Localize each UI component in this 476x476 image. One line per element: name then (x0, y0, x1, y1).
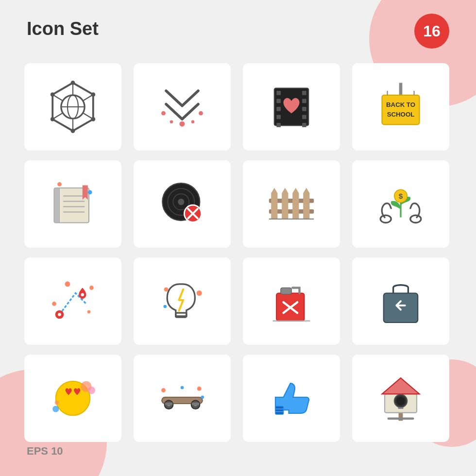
svg-rect-77 (176, 313, 187, 317)
double-chevron-down-icon (155, 80, 209, 134)
svg-point-65 (380, 215, 391, 222)
icon-cell-chevron[interactable] (134, 63, 231, 151)
badge-number: 16 (423, 22, 441, 40)
svg-point-19 (170, 120, 173, 124)
svg-point-91 (55, 400, 59, 405)
love-emoji-icon (46, 372, 100, 425)
page-title: Icon Set (27, 18, 99, 39)
svg-point-101 (197, 387, 202, 391)
count-badge: 16 (414, 14, 449, 49)
svg-marker-57 (271, 188, 277, 193)
bag-return-icon (374, 274, 427, 328)
icon-cell-skateboard[interactable] (134, 355, 231, 442)
icon-cell-fuel-can[interactable] (243, 257, 340, 345)
film-heart-icon (265, 80, 318, 134)
svg-point-66 (410, 215, 421, 222)
svg-rect-27 (302, 91, 306, 95)
svg-point-100 (181, 386, 184, 390)
icon-grid: BACK TO SCHOOL (19, 58, 457, 447)
svg-rect-28 (302, 99, 306, 103)
svg-marker-63 (303, 188, 309, 193)
global-network-icon (46, 80, 100, 134)
icon-cell-mind-lightning[interactable] (134, 257, 231, 345)
route-map-icon (46, 274, 100, 328)
icon-cell-route-map[interactable] (24, 257, 121, 345)
svg-rect-86 (384, 293, 418, 323)
svg-rect-24 (276, 107, 281, 111)
svg-point-76 (87, 310, 91, 314)
birdhouse-icon (374, 372, 427, 425)
svg-marker-109 (382, 378, 420, 394)
svg-point-73 (52, 302, 56, 306)
svg-rect-26 (276, 123, 281, 127)
svg-point-79 (197, 290, 202, 296)
svg-rect-39 (54, 188, 60, 223)
svg-point-75 (65, 281, 70, 287)
icon-cell-bag-return[interactable] (352, 257, 449, 345)
svg-point-111 (396, 397, 405, 406)
icon-cell-love-emoji[interactable] (24, 355, 121, 442)
fence-icon (265, 177, 318, 231)
svg-rect-31 (302, 123, 306, 127)
svg-point-50 (178, 199, 184, 205)
svg-point-99 (161, 388, 166, 392)
plant-money-icon: $ (374, 177, 427, 231)
svg-rect-30 (302, 115, 306, 119)
fuel-can-cancel-icon (265, 274, 318, 328)
back-to-school-sign-icon: BACK TO SCHOOL (374, 80, 427, 134)
svg-marker-59 (282, 188, 288, 193)
book-bookmark-icon (46, 177, 100, 231)
disc-cancel-icon (155, 177, 209, 231)
svg-rect-29 (302, 107, 306, 111)
svg-point-71 (58, 313, 61, 316)
svg-line-15 (52, 95, 62, 101)
svg-rect-107 (388, 418, 414, 420)
svg-line-14 (52, 113, 62, 119)
icon-cell-plant-money[interactable]: $ (352, 160, 449, 248)
svg-point-45 (88, 190, 92, 194)
svg-point-89 (88, 387, 95, 394)
svg-point-80 (164, 305, 167, 308)
skateboard-icon (155, 372, 209, 425)
svg-rect-103 (275, 407, 284, 415)
icon-cell-birdhouse[interactable] (352, 355, 449, 442)
svg-point-102 (201, 396, 204, 399)
page-header: Icon Set (27, 18, 99, 39)
svg-rect-98 (192, 403, 199, 406)
svg-text:SCHOOL: SCHOOL (387, 111, 414, 118)
svg-line-11 (84, 95, 93, 101)
svg-rect-112 (398, 408, 404, 409)
icon-cell-fence[interactable] (243, 160, 340, 248)
svg-text:$: $ (399, 192, 403, 200)
icon-grid-container: BACK TO SCHOOL (19, 58, 457, 447)
svg-point-16 (161, 111, 166, 116)
svg-point-90 (52, 406, 59, 412)
mind-lightning-icon (155, 274, 209, 328)
thumbs-up-icon (265, 372, 318, 425)
svg-text:BACK TO: BACK TO (386, 101, 415, 108)
icon-cell-thumbs-up[interactable] (243, 355, 340, 442)
svg-point-20 (191, 120, 195, 124)
svg-point-78 (164, 287, 169, 291)
svg-rect-25 (276, 115, 281, 119)
svg-rect-33 (382, 95, 420, 124)
icon-cell-global-network[interactable] (24, 63, 121, 151)
svg-point-46 (57, 182, 62, 187)
icon-cell-film-heart[interactable] (243, 63, 340, 151)
svg-rect-22 (276, 91, 281, 95)
icon-cell-disc-cancel[interactable] (134, 160, 231, 248)
svg-marker-61 (292, 188, 299, 193)
svg-point-18 (180, 121, 185, 127)
svg-line-12 (84, 113, 93, 119)
svg-point-72 (81, 293, 85, 297)
svg-rect-97 (165, 403, 172, 406)
icon-cell-back-to-school[interactable]: BACK TO SCHOOL (352, 63, 449, 151)
svg-point-17 (199, 111, 203, 116)
svg-point-74 (89, 286, 94, 290)
svg-rect-82 (281, 288, 291, 294)
svg-rect-23 (276, 99, 281, 103)
icon-cell-book[interactable] (24, 160, 121, 248)
